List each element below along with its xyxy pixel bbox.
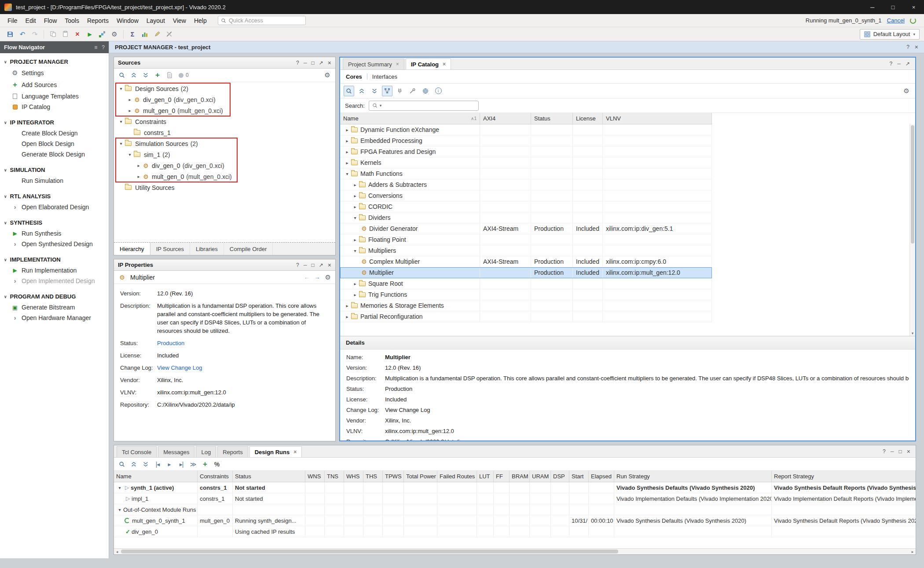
next-icon[interactable] <box>315 273 320 281</box>
search-button[interactable] <box>117 70 127 80</box>
expand-arrow-icon[interactable] <box>344 138 351 143</box>
collapse-arrow-icon[interactable] <box>117 141 125 146</box>
collapse-arrow-icon[interactable] <box>116 507 123 512</box>
scrollbar-thumb[interactable] <box>911 125 914 244</box>
catalog-search-input[interactable] <box>369 101 479 111</box>
fast-forward-button[interactable] <box>188 459 198 470</box>
catalog-row-divider-generator[interactable]: Divider GeneratorAXI4-StreamProductionIn… <box>340 223 712 234</box>
tab-ip-catalog[interactable]: IP Catalog <box>406 58 451 69</box>
catalog-row-complex-multiplier[interactable]: Complex MultiplierAXI4-StreamProductionI… <box>340 256 712 267</box>
menu-window[interactable]: Window <box>113 14 143 27</box>
tab-design-runs[interactable]: Design Runs <box>249 446 302 457</box>
search-button[interactable] <box>344 86 354 96</box>
expand-arrow-icon[interactable] <box>352 193 359 198</box>
catalog-row[interactable]: CORDIC <box>340 201 712 212</box>
float-panel-icon[interactable] <box>312 59 315 66</box>
catalog-row[interactable]: Partial Reconfiguration <box>340 311 712 322</box>
column-header-name[interactable]: Name∧1 <box>340 113 480 124</box>
column-header[interactable]: FF <box>494 471 510 482</box>
minimize-panel-icon[interactable] <box>304 59 307 66</box>
design-run-row-mult-gen-0-synth-1[interactable]: mult_gen_0_synth_1 mult_gen_0 Running sy… <box>114 515 916 526</box>
tree-row-constraints[interactable]: Constraints <box>114 116 335 127</box>
add-sources-button[interactable] <box>152 70 163 80</box>
launch-runs-button[interactable] <box>164 459 175 470</box>
flow-item-ip-catalog[interactable]: IP Catalog <box>0 102 109 112</box>
menu-layout[interactable]: Layout <box>143 14 169 27</box>
collapse-arrow-icon[interactable] <box>117 119 125 124</box>
flow-item-open-block-design[interactable]: Open Block Design <box>0 138 109 149</box>
open-file-button[interactable] <box>164 70 175 80</box>
catalog-row[interactable]: Memories & Storage Elements <box>340 300 712 311</box>
column-header[interactable]: TPWS <box>383 471 404 482</box>
scroll-right-icon[interactable] <box>909 549 916 554</box>
expand-arrow-icon[interactable] <box>352 281 359 286</box>
flow-item-generate-bitstream[interactable]: Generate Bitstream <box>0 302 109 313</box>
help-icon[interactable] <box>906 44 909 51</box>
expand-arrow-icon[interactable] <box>344 149 351 154</box>
close-tab-icon[interactable] <box>443 61 446 67</box>
undo-button[interactable] <box>17 29 28 40</box>
collapse-all-button[interactable] <box>128 459 139 470</box>
copy-button[interactable] <box>47 29 59 40</box>
tab-tcl-console[interactable]: Tcl Console <box>117 446 157 457</box>
collapse-all-button[interactable] <box>356 86 367 96</box>
chart-button[interactable] <box>139 29 150 40</box>
catalog-row[interactable]: Square Root <box>340 278 712 289</box>
section-header[interactable]: PROJECT MANAGER <box>0 56 109 67</box>
close-panel-icon[interactable] <box>328 262 331 269</box>
column-header-status[interactable]: Status <box>531 113 573 124</box>
scroll-down-icon[interactable] <box>910 331 915 335</box>
collapse-arrow-icon[interactable] <box>116 485 123 490</box>
float-panel-icon[interactable] <box>312 262 315 269</box>
change-log-link[interactable]: View Change Log <box>385 405 430 415</box>
menu-help[interactable]: Help <box>190 14 211 27</box>
sources-panel-header[interactable]: Sources <box>114 57 335 69</box>
column-header[interactable]: WHS <box>344 471 363 482</box>
catalog-row[interactable]: Math Functions <box>340 168 712 179</box>
maximize-panel-icon[interactable] <box>319 262 323 269</box>
section-header[interactable]: SYNTHESIS <box>0 217 109 228</box>
collapse-arrow-icon[interactable] <box>126 152 133 157</box>
minimize-panel-icon[interactable] <box>304 262 307 269</box>
flow-item-run-implementation[interactable]: Run Implementation <box>0 265 109 276</box>
expand-arrow-icon[interactable] <box>352 237 359 242</box>
redo-button[interactable] <box>29 29 40 40</box>
change-log-link[interactable]: View Change Log <box>157 364 329 372</box>
maximize-panel-icon[interactable] <box>319 59 323 66</box>
catalog-row[interactable]: Multipliers <box>340 245 712 256</box>
catalog-row[interactable]: Embedded Processing <box>340 135 712 146</box>
menu-tools[interactable]: Tools <box>61 14 83 27</box>
column-header[interactable]: Report Strategy <box>772 471 916 482</box>
expand-arrow-icon[interactable] <box>344 314 351 319</box>
section-header[interactable]: RTL ANALYSIS <box>0 191 109 202</box>
status-link[interactable]: Production <box>157 339 329 347</box>
column-header[interactable]: Name <box>114 471 198 482</box>
flow-item-open-implemented-design[interactable]: Open Implemented Design <box>0 276 109 286</box>
menu-reports[interactable]: Reports <box>83 14 113 27</box>
catalog-row[interactable]: Floating Point <box>340 234 712 245</box>
maximize-panel-icon[interactable] <box>906 61 910 67</box>
flow-item-settings[interactable]: Settings <box>0 67 109 79</box>
run-settings-button[interactable] <box>212 459 222 470</box>
close-panel-icon[interactable] <box>907 448 910 455</box>
search-button[interactable] <box>117 459 127 470</box>
info-button[interactable] <box>433 86 444 96</box>
float-panel-icon[interactable] <box>899 448 902 455</box>
close-button[interactable]: × <box>903 0 924 14</box>
section-header[interactable]: IMPLEMENTATION <box>0 254 109 265</box>
catalog-row[interactable]: Dividers <box>340 212 712 223</box>
tree-row-sim-1[interactable]: sim_1(2) <box>114 149 335 160</box>
section-header[interactable]: PROGRAM AND DEBUG <box>0 291 109 302</box>
column-header[interactable]: Constraints <box>198 471 233 482</box>
design-run-row-synth-1[interactable]: synth_1 (active) constrs_1 Not started V… <box>114 482 916 493</box>
scroll-left-icon[interactable] <box>114 549 120 554</box>
flow-item-add-sources[interactable]: Add Sources <box>0 79 109 91</box>
column-header-license[interactable]: License <box>573 113 603 124</box>
web-catalog-button[interactable] <box>420 86 431 96</box>
create-run-button[interactable] <box>200 459 210 470</box>
column-header[interactable]: TNS <box>325 471 344 482</box>
help-icon[interactable] <box>296 59 299 66</box>
close-tab-icon[interactable] <box>396 61 399 67</box>
collapse-arrow-icon[interactable] <box>352 215 359 220</box>
tree-row-mult-gen-0-sim[interactable]: mult_gen_0(mult_gen_0.xci) <box>114 171 335 182</box>
